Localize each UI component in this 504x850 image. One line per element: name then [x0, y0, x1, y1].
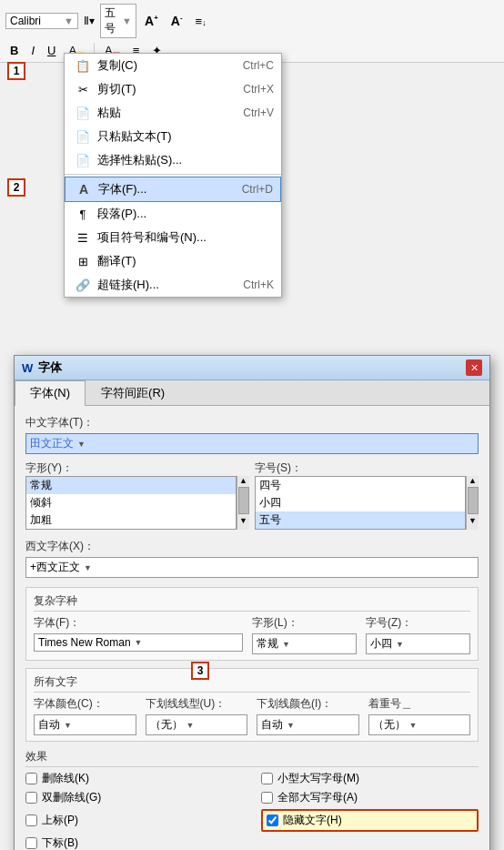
complex-size-field[interactable]: 小四 ▼ — [366, 633, 470, 654]
size-scroll-thumb[interactable] — [468, 487, 479, 514]
tab-font[interactable]: 字体(N) — [15, 380, 86, 406]
chinese-font-col: 中文字体(T)： 田文正文 ▼ 字形(Y)： 常规 — [25, 415, 479, 530]
copy-icon: 📋 — [72, 59, 94, 73]
menu-item-cut[interactable]: ✂ 剪切(T) Ctrl+X — [65, 77, 281, 101]
menu-item-paste-special[interactable]: 📄 选择性粘贴(S)... — [65, 148, 281, 172]
dialog-title: W 字体 — [22, 359, 62, 376]
double-strikethrough-checkbox[interactable] — [25, 792, 37, 804]
font-color-value: 自动 — [38, 717, 60, 733]
dialog-title-text: 字体 — [38, 359, 62, 376]
menu-cut-label: 剪切(T) — [94, 81, 234, 97]
emphasis-arrow: ▼ — [409, 721, 418, 730]
menu-hyperlink-shortcut: Ctrl+K — [243, 278, 274, 291]
emphasis-label: 着重号＿ — [368, 696, 471, 712]
menu-paste-shortcut: Ctrl+V — [243, 106, 274, 119]
dialog-close-button[interactable]: ✕ — [466, 359, 482, 376]
menu-item-hyperlink[interactable]: 🔗 超链接(H)... Ctrl+K — [65, 273, 281, 297]
menu-item-translate[interactable]: ⊞ 翻译(T) — [65, 249, 281, 273]
small-caps-row: 小型大写字母(M) — [261, 771, 479, 786]
menu-item-paste-text[interactable]: 📄 只粘贴文本(T) — [65, 125, 281, 148]
menu-copy-shortcut: Ctrl+C — [243, 59, 274, 72]
complex-size-value: 小四 — [370, 636, 392, 652]
context-menu: 📋 复制(C) Ctrl+C ✂ 剪切(T) Ctrl+X 📄 粘贴 Ctrl+… — [64, 53, 282, 298]
western-font-field[interactable]: +西文正文 ▼ — [25, 557, 479, 578]
western-font-value: +西文正文 — [30, 560, 80, 575]
emphasis-field[interactable]: （无） ▼ — [368, 714, 471, 735]
size-scrollbar[interactable]: ▲ ▼ — [466, 476, 479, 530]
size-5[interactable]: 五号 — [256, 511, 465, 529]
paste-text-icon: 📄 — [72, 130, 94, 144]
bold-button[interactable]: B — [5, 41, 23, 60]
all-text-section: 所有文字 字体颜色(C)： 自动 ▼ 下划线线型(U)： （无） — [25, 668, 479, 742]
italic-button[interactable]: I — [26, 41, 39, 60]
hyperlink-icon: 🔗 — [72, 278, 94, 292]
all-text-row: 字体颜色(C)： 自动 ▼ 下划线线型(U)： （无） ▼ — [34, 696, 470, 735]
underline-color-field[interactable]: 自动 ▼ — [257, 714, 359, 735]
hidden-checkbox[interactable] — [267, 815, 278, 826]
chinese-font-value: 田文正文 — [30, 436, 74, 451]
all-text-section-label: 所有文字 — [34, 674, 470, 693]
chinese-font-label: 中文字体(T)： — [25, 415, 479, 430]
font-style-list[interactable]: 常规 倾斜 加粗 — [25, 476, 237, 530]
font-grow-button[interactable]: A+ — [140, 11, 163, 31]
font-color-field[interactable]: 自动 ▼ — [34, 714, 136, 735]
font-size-box[interactable]: 五号 ▼ — [100, 4, 136, 38]
style-normal[interactable]: 常规 — [26, 477, 236, 494]
all-caps-row: 全部大写字母(A) — [261, 790, 479, 805]
hidden-label: 隐藏文字(H) — [283, 813, 342, 828]
strikethrough-label: 删除线(K) — [42, 771, 89, 786]
menu-item-font[interactable]: A 字体(F)... Ctrl+D — [65, 177, 281, 202]
double-strikethrough-label: 双删除线(G) — [42, 790, 101, 805]
font-dialog: W 字体 ✕ 字体(N) 字符间距(R) 中文字体(T)： 田文正文 ▼ — [14, 355, 490, 850]
complex-font-section-label: 复杂字种 — [34, 593, 470, 612]
western-font-label: 西文字体(X)： — [25, 539, 479, 554]
menu-copy-label: 复制(C) — [94, 57, 234, 74]
font-name-box[interactable]: Calibri ▼ — [5, 13, 78, 29]
style-scroll-thumb[interactable] — [238, 487, 249, 514]
font-icon: A — [73, 182, 95, 197]
font-size-col-label: 字号(S)： — [255, 461, 302, 474]
menu-separator-1 — [65, 174, 281, 175]
western-font-arrow: ▼ — [84, 563, 92, 572]
complex-size-label: 字号(Z)： — [366, 615, 470, 631]
font-shrink-button[interactable]: A- — [166, 11, 187, 31]
menu-font-shortcut: Ctrl+D — [242, 183, 273, 196]
menu-cut-shortcut: Ctrl+X — [243, 83, 274, 96]
badge-2: 2 — [7, 178, 25, 197]
clear-format-button[interactable]: ≡↓ — [191, 12, 211, 31]
tab-char-spacing-label: 字符间距(R) — [101, 386, 165, 400]
superscript-checkbox[interactable] — [25, 815, 37, 826]
font-size-list[interactable]: 四号 小四 五号 — [255, 476, 466, 530]
complex-font-section: 复杂字种 字体(F)： Times New Roman ▼ 字形(L)： — [25, 587, 479, 661]
menu-item-list[interactable]: ☰ 项目符号和编号(N)... — [65, 226, 281, 249]
superscript-row: 上标(P) — [25, 809, 243, 832]
underline-button[interactable]: U — [43, 41, 60, 60]
dialog-titlebar: W 字体 ✕ — [15, 356, 489, 380]
style-bold[interactable]: 加粗 — [26, 511, 236, 529]
underline-type-field[interactable]: （无） ▼ — [146, 714, 248, 735]
complex-font-field[interactable]: Times New Roman ▼ — [34, 633, 243, 652]
complex-style-label: 字形(L)： — [252, 615, 357, 631]
translate-icon: ⊞ — [72, 255, 94, 268]
subscript-checkbox[interactable] — [25, 837, 37, 849]
strikethrough-checkbox[interactable] — [25, 773, 37, 784]
effects-label: 效果 — [25, 749, 479, 767]
complex-style-field[interactable]: 常规 ▼ — [252, 633, 357, 654]
menu-item-paste[interactable]: 📄 粘贴 Ctrl+V — [65, 101, 281, 125]
size-4[interactable]: 四号 — [256, 477, 465, 494]
small-caps-checkbox[interactable] — [261, 773, 273, 784]
style-italic[interactable]: 倾斜 — [26, 494, 236, 511]
all-caps-checkbox[interactable] — [261, 792, 273, 804]
menu-item-copy[interactable]: 📋 复制(C) Ctrl+C — [65, 54, 281, 77]
list-icon: ☰ — [72, 231, 94, 245]
size-small4[interactable]: 小四 — [256, 494, 465, 511]
complex-size-arrow: ▼ — [396, 640, 404, 649]
subscript-row: 下标(B) — [25, 835, 243, 850]
chinese-font-field[interactable]: 田文正文 ▼ — [25, 433, 479, 454]
font-color-arrow: ▼ — [64, 721, 72, 730]
strikethrough-row: 删除线(K) — [25, 771, 243, 786]
chinese-font-arrow: ▼ — [77, 440, 86, 449]
tab-char-spacing[interactable]: 字符间距(R) — [86, 380, 180, 405]
style-scrollbar[interactable]: ▲ ▼ — [237, 476, 249, 530]
menu-item-paragraph[interactable]: ¶ 段落(P)... — [65, 202, 281, 226]
